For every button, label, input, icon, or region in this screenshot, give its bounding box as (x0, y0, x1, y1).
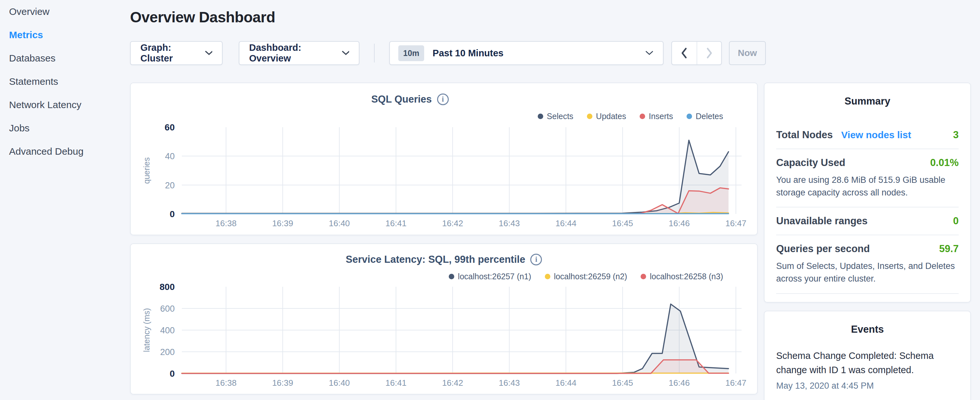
svg-text:16:42: 16:42 (442, 218, 463, 228)
legend-dot-icon (640, 113, 645, 119)
legend-item: localhost:26257 (n1) (449, 272, 531, 281)
svg-text:queries: queries (142, 157, 151, 184)
svg-text:0: 0 (170, 369, 175, 379)
svg-text:16:43: 16:43 (499, 378, 520, 388)
time-step-buttons (671, 41, 722, 65)
svg-text:16:47: 16:47 (725, 218, 746, 228)
app-viewport: OverviewMetricsDatabasesStatementsNetwor… (0, 0, 980, 400)
events-panel: Events Schema Change Completed: Schema c… (764, 311, 971, 400)
legend-item: Inserts (640, 112, 673, 121)
legend-item: Updates (587, 112, 626, 121)
sidebar-item-statements[interactable]: Statements (9, 70, 130, 93)
chart-title: SQL Queries (371, 94, 431, 105)
event-timestamp: May 13, 2020 at 4:45 PM (776, 381, 959, 391)
legend-item: Selects (538, 112, 573, 121)
svg-text:800: 800 (159, 282, 175, 292)
svg-text:400: 400 (160, 325, 175, 335)
summary-row-value: 0.01% (930, 157, 959, 169)
legend-item: localhost:26258 (n3) (641, 272, 723, 281)
time-window-selector[interactable]: 10m Past 10 Minutes (389, 41, 663, 65)
chart-legend: SelectsUpdatesInsertsDeletes (538, 112, 723, 121)
sidebar-item-advanced-debug[interactable]: Advanced Debug (9, 140, 130, 163)
legend-dot-icon (641, 274, 646, 279)
events-title: Events (765, 324, 970, 335)
svg-text:40: 40 (165, 151, 175, 161)
summary-row-description: Sum of Selects, Updates, Inserts, and De… (776, 260, 957, 285)
info-icon[interactable]: i (437, 94, 449, 105)
summary-row-description: You are using 28.6 MiB of 515.9 GiB usab… (776, 174, 957, 199)
summary-rows: Total NodesView nodes list3Capacity Used… (765, 107, 970, 303)
sidebar-nav: OverviewMetricsDatabasesStatementsNetwor… (0, 0, 130, 400)
svg-text:16:41: 16:41 (385, 218, 406, 228)
svg-text:latency (ms): latency (ms) (142, 308, 151, 352)
chevron-down-icon (645, 50, 654, 56)
now-button[interactable]: Now (729, 41, 766, 65)
svg-text:16:39: 16:39 (272, 218, 293, 228)
svg-text:20: 20 (165, 180, 175, 190)
summary-row-label: Queries per second (776, 243, 870, 255)
summary-row-label: Total Nodes (776, 129, 833, 141)
summary-row-label: P99 latency (776, 302, 832, 303)
summary-row: Queries per second59.7Sum of Selects, Up… (776, 235, 959, 293)
summary-row: Unavailable ranges0 (776, 207, 959, 234)
view-nodes-list-link[interactable]: View nodes list (841, 129, 911, 140)
dashboard-dropdown[interactable]: Dashboard: Overview (239, 41, 360, 65)
side-panels-column: Summary Total NodesView nodes list3Capac… (764, 83, 971, 400)
summary-row-value: 46.1 ms (922, 302, 959, 303)
legend-item: localhost:26259 (n2) (545, 272, 627, 281)
events-list: Schema Change Completed: Schema change w… (765, 349, 970, 391)
svg-text:16:38: 16:38 (215, 378, 237, 388)
sidebar-item-jobs[interactable]: Jobs (9, 116, 130, 140)
previous-time-button[interactable] (672, 42, 697, 64)
chart-title-row: SQL Queries i (97, 94, 723, 105)
svg-text:16:45: 16:45 (612, 378, 633, 388)
sql-queries-chart-card: 16:3816:3916:4016:4116:4216:4316:4416:45… (130, 83, 758, 235)
service-latency-chart-card: 16:3816:3916:4016:4116:4216:4316:4416:45… (130, 243, 758, 395)
svg-text:16:39: 16:39 (272, 378, 293, 388)
svg-text:16:45: 16:45 (612, 218, 633, 228)
event-message: Schema Change Completed: Schema change w… (776, 349, 959, 377)
svg-text:16:47: 16:47 (725, 378, 746, 388)
legend-label: Deletes (695, 112, 723, 121)
legend-dot-icon (538, 113, 543, 119)
legend-label: localhost:26257 (n1) (458, 272, 531, 281)
svg-text:16:41: 16:41 (385, 378, 406, 388)
svg-text:16:44: 16:44 (555, 378, 576, 388)
event-item: Schema Change Completed: Schema change w… (765, 349, 970, 391)
chart-title: Service Latency: SQL, 99th percentile (346, 254, 525, 265)
legend-label: Selects (547, 112, 573, 121)
next-time-button[interactable] (697, 42, 721, 64)
service-latency-chart-plot[interactable]: 16:3816:3916:4016:4116:4216:4316:4416:45… (131, 244, 757, 394)
summary-row: Total NodesView nodes list3 (776, 121, 959, 148)
graph-dropdown-label: Graph: Cluster (140, 42, 199, 64)
charts-column: 16:3816:3916:4016:4116:4216:4316:4416:45… (130, 83, 758, 395)
summary-row: Capacity Used0.01%You are using 28.6 MiB… (776, 149, 959, 207)
chevron-down-icon (205, 51, 212, 56)
legend-dot-icon (449, 274, 454, 279)
time-window-badge: 10m (398, 45, 424, 61)
chart-title-row: Service Latency: SQL, 99th percentile i (131, 254, 757, 265)
legend-dot-icon (545, 274, 550, 279)
time-window-label: Past 10 Minutes (433, 48, 503, 59)
svg-text:600: 600 (160, 304, 175, 314)
svg-text:16:40: 16:40 (329, 378, 350, 388)
legend-dot-icon (587, 113, 592, 119)
svg-text:16:42: 16:42 (442, 378, 463, 388)
svg-text:0: 0 (170, 209, 175, 219)
summary-row-label: Unavailable ranges (776, 215, 868, 227)
sql-queries-chart-plot[interactable]: 16:3816:3916:4016:4116:4216:4316:4416:45… (131, 83, 757, 234)
sidebar-item-overview[interactable]: Overview (9, 0, 130, 23)
summary-row-value: 59.7 (939, 243, 959, 255)
svg-text:16:46: 16:46 (669, 378, 690, 388)
legend-label: localhost:26258 (n3) (650, 272, 723, 281)
legend-item: Deletes (687, 112, 723, 121)
svg-text:16:40: 16:40 (329, 218, 350, 228)
sidebar-item-metrics[interactable]: Metrics (9, 23, 130, 46)
sidebar-item-databases[interactable]: Databases (9, 46, 130, 70)
graph-dropdown[interactable]: Graph: Cluster (130, 41, 223, 65)
summary-row-value: 0 (953, 215, 959, 227)
dashboard-dropdown-label: Dashboard: Overview (249, 42, 336, 64)
legend-dot-icon (687, 113, 692, 119)
info-icon[interactable]: i (530, 254, 542, 265)
legend-label: localhost:26259 (n2) (554, 272, 627, 281)
